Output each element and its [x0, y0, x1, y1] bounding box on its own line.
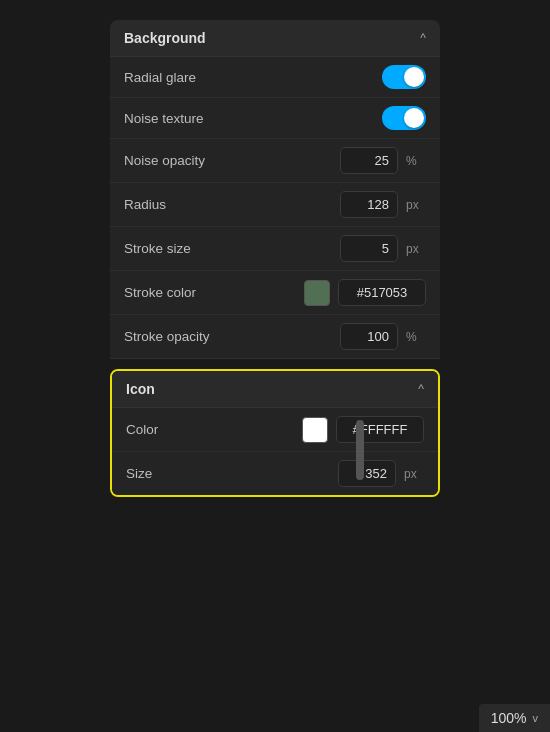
stroke-size-unit: px [406, 242, 426, 256]
noise-opacity-label: Noise opacity [124, 153, 205, 168]
radius-label: Radius [124, 197, 166, 212]
scrollbar[interactable] [356, 420, 364, 480]
stroke-size-label: Stroke size [124, 241, 191, 256]
radial-glare-toggle-container [382, 65, 426, 89]
icon-color-hex[interactable]: #FFFFFF [336, 416, 424, 443]
noise-texture-toggle-knob [404, 108, 424, 128]
stroke-opacity-input[interactable] [340, 323, 398, 350]
noise-opacity-input[interactable] [340, 147, 398, 174]
radius-input[interactable] [340, 191, 398, 218]
icon-color-label: Color [126, 422, 158, 437]
stroke-color-hex[interactable]: #517053 [338, 279, 426, 306]
icon-size-unit: px [404, 467, 424, 481]
stroke-opacity-unit: % [406, 330, 426, 344]
icon-size-input[interactable] [338, 460, 396, 487]
stroke-color-label: Stroke color [124, 285, 196, 300]
radial-glare-toggle-knob [404, 67, 424, 87]
stroke-color-row: Stroke color #517053 [110, 271, 440, 315]
noise-texture-row: Noise texture [110, 98, 440, 139]
stroke-size-input[interactable] [340, 235, 398, 262]
radial-glare-label: Radial glare [124, 70, 196, 85]
noise-opacity-row: Noise opacity % [110, 139, 440, 183]
radius-row: Radius px [110, 183, 440, 227]
icon-chevron-icon: ^ [418, 382, 424, 396]
radius-right: px [340, 191, 426, 218]
stroke-opacity-label: Stroke opacity [124, 329, 210, 344]
zoom-bar: 100% v [479, 704, 550, 732]
zoom-chevron-icon[interactable]: v [533, 712, 539, 724]
noise-texture-toggle[interactable] [382, 106, 426, 130]
icon-size-label: Size [126, 466, 152, 481]
stroke-opacity-row: Stroke opacity % [110, 315, 440, 359]
icon-section: Icon ^ Color #FFFFFF Size px [110, 369, 440, 497]
icon-section-header[interactable]: Icon ^ [112, 371, 438, 408]
noise-opacity-right: % [340, 147, 426, 174]
stroke-size-right: px [340, 235, 426, 262]
stroke-color-swatch[interactable] [304, 280, 330, 306]
noise-texture-toggle-container [382, 106, 426, 130]
stroke-color-right: #517053 [304, 279, 426, 306]
stroke-opacity-right: % [340, 323, 426, 350]
icon-size-right: px [338, 460, 424, 487]
radius-unit: px [406, 198, 426, 212]
zoom-value: 100% [491, 710, 527, 726]
radial-glare-toggle[interactable] [382, 65, 426, 89]
background-chevron-icon: ^ [420, 31, 426, 45]
background-section-header[interactable]: Background ^ [110, 20, 440, 57]
icon-color-row: Color #FFFFFF [112, 408, 438, 452]
background-title: Background [124, 30, 206, 46]
noise-opacity-unit: % [406, 154, 426, 168]
icon-title: Icon [126, 381, 155, 397]
stroke-size-row: Stroke size px [110, 227, 440, 271]
radial-glare-row: Radial glare [110, 57, 440, 98]
icon-color-swatch[interactable] [302, 417, 328, 443]
noise-texture-label: Noise texture [124, 111, 204, 126]
icon-size-row: Size px [112, 452, 438, 495]
